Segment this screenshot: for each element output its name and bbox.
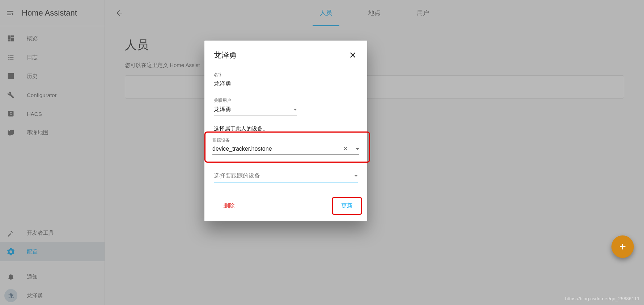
chevron-down-icon [293,109,297,110]
update-button[interactable]: 更新 [333,199,361,213]
tracker-field-label: 跟踪设备 [212,137,359,143]
delete-button[interactable]: 删除 [215,199,243,213]
select-tracker-placeholder: 选择要跟踪的设备 [214,172,351,180]
add-fab[interactable] [611,235,634,258]
name-field[interactable]: 名字 龙泽勇 [214,72,358,90]
plus-icon [618,242,627,251]
tracker-field-highlight: 跟踪设备 device_tracker.hostone ✕ [204,132,367,161]
dialog-title: 龙泽勇 [214,50,237,60]
person-dialog: 龙泽勇 名字 龙泽勇 关联用户 龙泽勇 选择属于此人的设备。 跟踪设备 devi… [204,41,367,221]
chevron-down-icon [354,175,358,177]
linked-user-label: 关联用户 [214,97,297,104]
tracker-field-value: device_tracker.hostone [212,146,343,152]
linked-user-field[interactable]: 关联用户 龙泽勇 [214,97,297,116]
name-field-value: 龙泽勇 [214,80,358,88]
update-button-highlight: 更新 [332,198,361,214]
close-button[interactable] [348,50,358,60]
select-tracker-field[interactable]: 选择要跟踪的设备 [214,172,358,183]
clear-icon[interactable]: ✕ [343,146,348,152]
linked-user-value: 龙泽勇 [214,106,291,113]
tracker-field[interactable]: 跟踪设备 device_tracker.hostone ✕ [212,137,359,155]
watermark: https://blog.csdn.net/qq_25886111 [565,296,640,301]
pick-devices-text: 选择属于此人的设备。 [214,125,358,132]
name-field-label: 名字 [214,72,358,78]
chevron-down-icon[interactable] [356,148,359,150]
